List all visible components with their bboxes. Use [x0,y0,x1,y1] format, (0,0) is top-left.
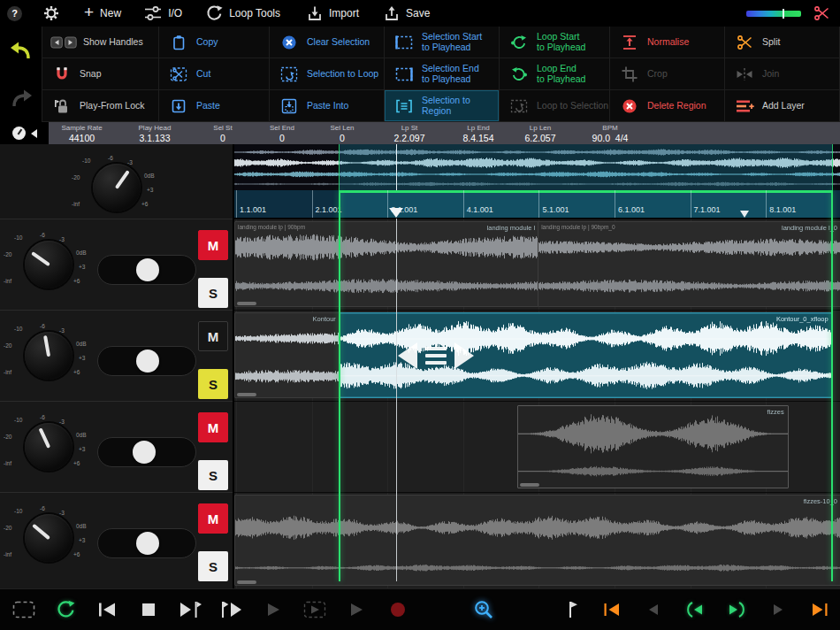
region-landing-module-l-0[interactable]: landing module lp | 90bpm_0landing modul… [538,221,840,307]
tool-show-handles[interactable]: Show Handles [42,27,159,58]
tool-cut[interactable]: Cut [159,58,270,90]
nudge-loop-left-button[interactable] [674,590,715,630]
playhead-marker-button[interactable] [549,590,591,630]
zoom-button[interactable] [463,590,505,630]
next-region-button[interactable] [757,590,798,630]
end-marker-triangle[interactable] [740,211,749,218]
tool-normalise[interactable]: Normalise [610,27,725,58]
help-button[interactable]: ? [7,6,22,21]
goto-loop-end-button[interactable] [798,590,840,630]
tool-snap[interactable]: Snap [42,58,159,90]
tool-copy[interactable]: Copy [159,27,270,58]
tool-add-layer[interactable]: Add Layer [725,90,840,122]
nudge-loop-right-button[interactable] [715,590,757,630]
loop-tools-button[interactable]: Loop Tools [205,4,280,22]
layer-tab[interactable] [237,393,256,396]
track-1-lane[interactable]: landing module lp | 90bpmlanding module … [234,219,840,310]
io-button[interactable]: I/O [144,5,182,21]
track-4-volume-knob[interactable]: -10-6-30dB+3+6-20-inf [4,507,95,580]
output-level-meter[interactable] [746,7,801,19]
save-button[interactable]: Save [384,5,430,21]
trim-left-handle[interactable] [398,342,417,369]
track-4-pan-thumb[interactable] [136,532,159,555]
region-landing-module-l[interactable]: landing module lp | 90bpmlanding module … [234,221,539,307]
scissors-tool-button[interactable] [813,5,829,21]
selection-mode-button[interactable] [3,590,44,630]
track-1-volume-knob[interactable]: -10-6-30dB+3+6-20-inf [4,234,95,306]
track-2-solo-button[interactable]: S [198,369,228,399]
overview-strip[interactable] [234,144,840,190]
track-3-volume-knob-dial[interactable] [25,423,73,471]
track-4-lane[interactable]: fizzes-10_0 [234,492,840,588]
track-3-pan-thumb[interactable] [133,441,156,464]
import-button[interactable]: Import [307,5,359,21]
region-fizzes[interactable]: fizzes [517,405,789,488]
trim-right-handle[interactable] [454,342,474,369]
track-3-pan-slider[interactable] [97,437,196,467]
overview-selection[interactable] [339,144,833,190]
timeline-ruler[interactable]: 1.1.0012.1.0013.1.0014.1.0015.1.0016.1.0… [234,190,840,219]
track-3-lane[interactable]: fizzes [234,401,840,492]
tool-play-from-lock[interactable]: Play-From Lock [42,90,159,122]
rewind-button[interactable] [86,590,127,630]
play-to-marker-button[interactable] [169,590,210,630]
tool-loop-start[interactable]: Loop Startto Playhead [500,27,610,58]
track-4-volume-knob-dial[interactable] [25,514,73,562]
tool-crop[interactable]: Crop [610,58,725,90]
track-3-solo-button[interactable]: S [198,460,228,490]
redo-button[interactable] [10,88,33,108]
tool-paste[interactable]: Paste [159,90,270,122]
track-2-pan-thumb[interactable] [136,350,159,373]
track-3-volume-knob[interactable]: -10-6-30dB+3+6-20-inf [4,416,95,488]
track-2-pan-slider[interactable] [97,346,196,376]
playhead-triangle[interactable] [389,208,403,218]
layer-tab[interactable] [237,580,256,584]
layer-tab[interactable] [520,483,539,487]
tool-loop-to-selection[interactable]: Loop to Selection [500,90,610,122]
track-2-lane[interactable]: KontourKontour_0_xfloop [234,310,840,401]
loop-start-line[interactable] [339,190,340,581]
tool-delete-region[interactable]: Delete Region [610,90,725,122]
tool-join[interactable]: Join [725,58,840,90]
loop-end-line[interactable] [831,190,833,581]
record-button[interactable] [377,590,418,630]
loop-playback-button[interactable] [44,590,86,630]
play-region-button[interactable] [252,590,294,630]
region-menu-handle[interactable] [425,347,447,365]
settings-button[interactable] [43,5,59,21]
playhead-knob-box[interactable] [0,122,49,144]
track-4-mute-button[interactable]: M [198,503,228,534]
tool-paste-into[interactable]: Paste Into [270,90,385,122]
tool-selection-end[interactable]: Selection Endto Playhead [385,58,500,90]
track-1-mute-button[interactable]: M [198,230,228,260]
play-from-marker-button[interactable] [210,590,252,630]
track-2-mute-button[interactable]: M [198,321,228,351]
tool-selection-start[interactable]: Selection Startto Playhead [385,27,500,58]
track-1-volume-knob-dial[interactable] [25,241,73,288]
tool-selection-to-loop[interactable]: Selection to Loop [270,58,385,90]
undo-button[interactable] [10,41,33,60]
stop-button[interactable] [127,590,169,630]
playhead-line[interactable] [396,219,397,581]
track-1-pan-slider[interactable] [97,255,196,285]
track-3-mute-button[interactable]: M [198,412,228,442]
track-2-volume-knob[interactable]: -10-6-30dB+3+6-20-inf [4,325,95,397]
region-kontour[interactable]: Kontour [234,312,340,398]
track-1-pan-thumb[interactable] [136,258,159,281]
track-2-volume-knob-dial[interactable] [25,332,73,380]
new-button[interactable]: +New [84,6,121,20]
track-4-solo-button[interactable]: S [198,551,228,581]
layer-tab[interactable] [237,302,256,305]
tool-split[interactable]: Split [725,27,840,58]
region-fizzes-10-0[interactable]: fizzes-10_0 [234,495,840,586]
goto-loop-start-button[interactable] [591,590,632,630]
tool-loop-end[interactable]: Loop Endto Playhead [500,58,610,90]
tool-clear-selection[interactable]: Clear Selection [270,27,385,58]
track-1-solo-button[interactable]: S [198,278,228,308]
track-4-pan-slider[interactable] [97,528,196,558]
master-volume-knob-dial[interactable] [93,164,141,211]
prev-region-button[interactable] [632,590,674,630]
play-selection-button[interactable] [294,590,335,630]
play-layer-button[interactable] [335,590,377,630]
tool-selection-to-region[interactable]: Selection to Region [385,90,500,122]
